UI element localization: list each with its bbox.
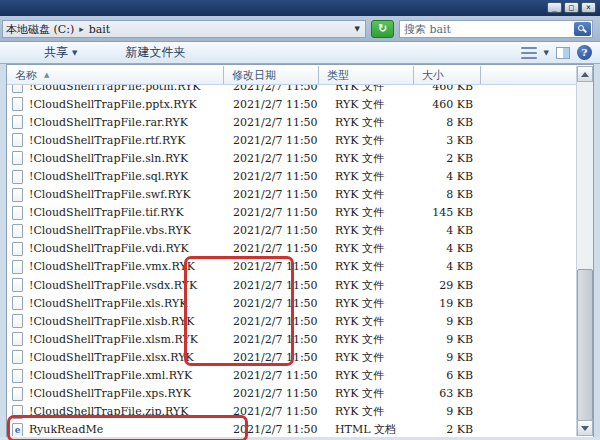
file-date: 2021/2/7 11:50	[224, 152, 319, 165]
file-date: 2021/2/7 11:50	[224, 134, 319, 147]
search-icon[interactable]	[574, 22, 591, 36]
column-header-row: 名称 ▲ 修改日期 类型 大小	[7, 66, 576, 85]
file-icon	[12, 133, 23, 147]
file-type: RYK 文件	[319, 115, 414, 130]
file-type: RYK 文件	[319, 350, 414, 365]
file-type: RYK 文件	[319, 169, 414, 184]
file-icon	[12, 332, 23, 346]
refresh-button[interactable]: ↻	[371, 20, 394, 38]
search-input[interactable]	[400, 22, 574, 36]
table-row[interactable]: !CloudShellTrapFile.sql.RYK 2021/2/7 11:…	[7, 167, 576, 185]
help-button[interactable]: ?	[577, 45, 592, 60]
vertical-scrollbar[interactable]	[576, 66, 593, 436]
file-type: RYK 文件	[319, 151, 414, 166]
breadcrumb[interactable]: 本地磁盘 (C:) ▸ bait ▼	[2, 20, 366, 38]
column-header-size[interactable]: 大小	[414, 66, 481, 84]
table-row[interactable]: !CloudShellTrapFile.xlsm.RYK 2021/2/7 11…	[7, 330, 576, 348]
file-icon	[12, 242, 23, 256]
share-button[interactable]: 共享 ▼	[38, 44, 83, 61]
file-type: RYK 文件	[319, 368, 414, 383]
file-date: 2021/2/7 11:50	[224, 369, 319, 382]
file-type: HTML 文档	[319, 422, 414, 436]
address-dropdown-icon[interactable]: ▼	[355, 25, 365, 33]
file-date: 2021/2/7 11:50	[224, 423, 319, 436]
column-header-name[interactable]: 名称 ▲	[7, 66, 224, 84]
scrollbar-thumb[interactable]	[577, 269, 593, 421]
table-row[interactable]: !CloudShellTrapFile.vdi.RYK 2021/2/7 11:…	[7, 240, 576, 258]
window-controls: _ □ ×	[547, 2, 596, 13]
file-size: 6 KB	[414, 369, 481, 382]
table-row[interactable]: !CloudShellTrapFile.vbs.RYK 2021/2/7 11:…	[7, 222, 576, 240]
table-row[interactable]: !CloudShellTrapFile.rtf.RYK 2021/2/7 11:…	[7, 131, 576, 149]
arrow-up-icon	[581, 72, 589, 77]
command-toolbar: 共享 ▼ 新建文件夹 ▼ ?	[0, 42, 600, 64]
file-type: RYK 文件	[319, 314, 414, 329]
file-icon	[12, 170, 23, 184]
table-row[interactable]: !CloudShellTrapFile.pptx.RYK 2021/2/7 11…	[7, 95, 576, 113]
file-type: RYK 文件	[319, 332, 414, 347]
file-size: 4 KB	[414, 224, 481, 237]
table-row[interactable]: !CloudShellTrapFile.xlsb.RYK 2021/2/7 11…	[7, 312, 576, 330]
file-date: 2021/2/7 11:50	[224, 242, 319, 255]
file-type: RYK 文件	[319, 85, 414, 94]
file-icon	[12, 206, 23, 220]
table-row[interactable]: !CloudShellTrapFile.swf.RYK 2021/2/7 11:…	[7, 186, 576, 204]
file-name: !CloudShellTrapFile.vbs.RYK	[29, 224, 191, 237]
table-row[interactable]: !CloudShellTrapFile.xps.RYK 2021/2/7 11:…	[7, 385, 576, 403]
column-header-type[interactable]: 类型	[319, 66, 414, 84]
table-row[interactable]: !CloudShellTrapFile.xlsx.RYK 2021/2/7 11…	[7, 348, 576, 366]
file-size: 2 KB	[414, 152, 481, 165]
new-folder-label: 新建文件夹	[125, 44, 185, 61]
maximize-button[interactable]: □	[564, 2, 579, 13]
table-row[interactable]: !CloudShellTrapFile.xls.RYK 2021/2/7 11:…	[7, 294, 576, 312]
table-row[interactable]: !CloudShellTrapFile.vmx.RYK 2021/2/7 11:…	[7, 258, 576, 276]
file-type: RYK 文件	[319, 386, 414, 401]
new-folder-button[interactable]: 新建文件夹	[119, 44, 191, 61]
breadcrumb-folder[interactable]: bait	[86, 23, 114, 36]
table-row[interactable]: !CloudShellTrapFile.rar.RYK 2021/2/7 11:…	[7, 113, 576, 131]
file-icon	[12, 278, 23, 292]
column-header-empty[interactable]	[481, 66, 576, 84]
file-date: 2021/2/7 11:50	[224, 188, 319, 201]
file-name: !CloudShellTrapFile.potm.RYK	[29, 85, 201, 93]
file-name: !CloudShellTrapFile.xls.RYK	[29, 297, 187, 310]
sort-ascending-icon: ▲	[44, 71, 49, 79]
file-size: 9 KB	[414, 333, 481, 346]
scroll-down-button[interactable]	[577, 420, 593, 436]
table-row[interactable]: !CloudShellTrapFile.sln.RYK 2021/2/7 11:…	[7, 149, 576, 167]
minimize-button[interactable]: _	[547, 2, 562, 13]
file-name: !CloudShellTrapFile.sql.RYK	[29, 170, 188, 183]
breadcrumb-drive[interactable]: 本地磁盘 (C:)	[3, 22, 77, 37]
file-type: RYK 文件	[319, 404, 414, 419]
breadcrumb-separator-icon: ▸	[77, 24, 86, 34]
file-date: 2021/2/7 11:50	[224, 85, 319, 93]
file-name: !CloudShellTrapFile.sln.RYK	[29, 152, 188, 165]
change-view-icon[interactable]	[521, 47, 537, 59]
share-dropdown-icon: ▼	[72, 49, 77, 57]
table-row[interactable]: !CloudShellTrapFile.zip.RYK 2021/2/7 11:…	[7, 403, 576, 421]
file-size: 4 KB	[414, 170, 481, 183]
file-size: 19 KB	[414, 297, 481, 310]
views-dropdown-icon[interactable]: ▼	[544, 49, 549, 57]
arrow-down-icon	[581, 426, 589, 431]
table-row[interactable]: !CloudShellTrapFile.vsdx.RYK 2021/2/7 11…	[7, 276, 576, 294]
scroll-up-button[interactable]	[577, 66, 593, 82]
table-row[interactable]: !CloudShellTrapFile.xml.RYK 2021/2/7 11:…	[7, 367, 576, 385]
file-date: 2021/2/7 11:50	[224, 206, 319, 219]
file-name: !CloudShellTrapFile.xlsx.RYK	[29, 351, 194, 364]
file-date: 2021/2/7 11:50	[224, 297, 319, 310]
file-date: 2021/2/7 11:50	[224, 116, 319, 129]
share-label: 共享	[44, 44, 68, 61]
table-row[interactable]: !CloudShellTrapFile.potm.RYK 2021/2/7 11…	[7, 85, 576, 95]
table-row[interactable]: e RyukReadMe 2021/2/7 11:50 HTML 文档 2 KB	[7, 421, 576, 436]
file-rows: !CloudShellTrapFile.potm.RYK 2021/2/7 11…	[7, 85, 576, 436]
column-header-date[interactable]: 修改日期	[224, 66, 319, 84]
close-button[interactable]: ×	[581, 2, 596, 13]
file-date: 2021/2/7 11:50	[224, 405, 319, 418]
file-size: 8 KB	[414, 188, 481, 201]
file-size: 460 KB	[414, 85, 481, 93]
preview-pane-icon[interactable]	[556, 47, 570, 59]
table-row[interactable]: !CloudShellTrapFile.tif.RYK 2021/2/7 11:…	[7, 204, 576, 222]
file-type: RYK 文件	[319, 241, 414, 256]
file-date: 2021/2/7 11:50	[224, 260, 319, 273]
